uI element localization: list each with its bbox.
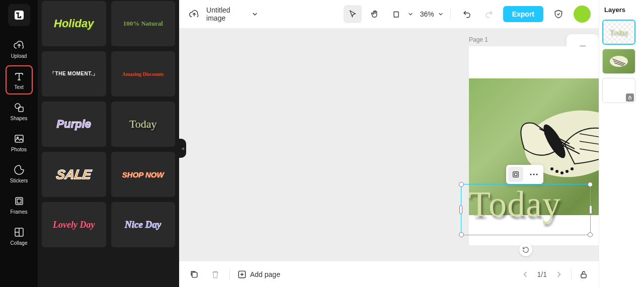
tool-upload[interactable]: Upload [6, 34, 33, 63]
svg-point-17 [550, 167, 553, 170]
tool-photos-label: Photos [11, 147, 27, 152]
top-bar: Untitled image 36% Export [179, 0, 599, 28]
add-page-button[interactable]: Add page [237, 269, 280, 279]
cloud-upload-icon [13, 39, 26, 52]
svg-rect-33 [629, 98, 631, 100]
preset-discounts[interactable]: Amazing Discounts [111, 51, 176, 97]
svg-rect-23 [514, 173, 517, 175]
tool-photos[interactable]: Photos [6, 128, 33, 157]
resize-handle-br[interactable] [588, 232, 593, 237]
preset-lovelyday[interactable]: Lovely Day [42, 202, 106, 247]
left-toolbar: Upload Text Shapes Photos Stickers Frame… [0, 0, 38, 287]
hand-tool[interactable] [366, 5, 384, 23]
divider [450, 9, 451, 20]
document-title[interactable]: Untitled image [206, 6, 258, 22]
svg-rect-3 [15, 135, 23, 142]
resize-handle-l[interactable] [459, 205, 462, 214]
zoom-value: 36% [420, 10, 434, 18]
layer-text-preview: Today [609, 28, 628, 37]
resize-handle-tl[interactable] [459, 182, 464, 187]
prev-page-button[interactable] [518, 267, 532, 281]
next-page-button[interactable] [552, 267, 566, 281]
frames-icon [13, 195, 26, 208]
redo-button[interactable] [480, 5, 498, 23]
svg-rect-22 [513, 172, 519, 177]
duplicate-page-button[interactable] [187, 267, 201, 281]
resize-handle-bl[interactable] [459, 232, 464, 237]
stickers-icon [13, 163, 26, 176]
svg-rect-29 [192, 272, 197, 277]
resize-canvas-button[interactable] [388, 5, 406, 23]
cursor-tool[interactable] [344, 5, 362, 23]
page-indicator: 1/1 [537, 270, 547, 278]
preset-niceday[interactable]: Nice Day [111, 202, 176, 247]
svg-point-26 [536, 173, 537, 175]
collage-icon [13, 226, 26, 239]
export-button[interactable]: Export [503, 6, 543, 22]
rotate-handle[interactable] [519, 243, 532, 256]
app-logo[interactable] [8, 4, 30, 26]
background-remove-button[interactable] [508, 167, 523, 182]
canvas-area[interactable]: Page 1 [179, 28, 567, 261]
shapes-icon [13, 101, 26, 114]
preset-purple[interactable]: Purple [42, 102, 106, 147]
layer-text[interactable]: Today [602, 20, 635, 45]
text-icon [13, 70, 26, 83]
svg-rect-5 [16, 198, 23, 205]
layer-background[interactable] [602, 78, 635, 103]
lock-icon [626, 93, 634, 102]
svg-point-1 [15, 104, 20, 109]
preset-holiday[interactable]: Holiday [42, 1, 106, 46]
preset-shopnow[interactable]: SHOP NOW [111, 152, 176, 197]
preset-today[interactable]: Today [111, 102, 176, 147]
cloud-save-button[interactable] [187, 7, 201, 22]
preset-sale[interactable]: SALE [42, 152, 106, 197]
bottom-bar: Add page 1/1 [179, 261, 599, 287]
canvas-text-today[interactable]: Today [468, 183, 561, 225]
chevron-down-icon [438, 12, 443, 17]
zoom-control[interactable]: 36% [420, 10, 443, 18]
svg-rect-8 [394, 12, 398, 18]
add-page-label: Add page [250, 270, 280, 278]
photos-icon [13, 132, 26, 145]
tool-frames-label: Frames [11, 209, 28, 215]
tool-text-label: Text [14, 84, 23, 90]
layer-image[interactable] [602, 49, 635, 74]
svg-rect-0 [15, 11, 24, 20]
tool-text[interactable]: Text [6, 65, 33, 94]
layers-title: Layers [602, 6, 641, 14]
selection-toolbar [506, 165, 543, 184]
text-selection-box[interactable]: Today [461, 184, 591, 235]
chevron-down-icon [252, 11, 258, 17]
more-options-button[interactable] [526, 167, 541, 182]
svg-point-19 [560, 171, 564, 174]
tool-collage[interactable]: Collage [6, 221, 33, 250]
preset-moment[interactable]: 「THE MOMENT.」 [42, 51, 106, 97]
user-avatar[interactable] [574, 6, 591, 23]
lock-button[interactable] [577, 267, 591, 281]
layers-panel: Layers Today [599, 0, 644, 287]
svg-rect-6 [17, 199, 21, 203]
tool-shapes[interactable]: Shapes [6, 97, 33, 126]
tool-stickers[interactable]: Stickers [6, 159, 33, 188]
resize-handle-r[interactable] [589, 205, 592, 214]
tool-upload-label: Upload [11, 53, 27, 59]
page-label: Page 1 [469, 36, 488, 43]
text-presets-panel[interactable]: Holiday 100% Natural 「THE MOMENT.」 Amazi… [38, 0, 179, 287]
svg-point-24 [530, 173, 531, 175]
delete-page-button[interactable] [208, 267, 222, 281]
preset-natural[interactable]: 100% Natural [111, 1, 176, 46]
chevron-down-icon[interactable] [408, 12, 413, 17]
main-area: Untitled image 36% Export Page 1 [179, 0, 599, 287]
divider [571, 269, 572, 280]
tool-frames[interactable]: Frames [6, 190, 33, 219]
resize-handle-tr[interactable] [588, 182, 593, 187]
svg-rect-31 [581, 274, 586, 278]
document-title-text: Untitled image [206, 6, 248, 22]
tool-stickers-label: Stickers [10, 178, 28, 183]
undo-button[interactable] [458, 5, 476, 23]
svg-point-25 [533, 173, 534, 175]
panel-collapse-handle[interactable]: ◀ [179, 139, 186, 158]
shield-button[interactable] [549, 5, 568, 23]
canvas-region: Page 1 [179, 28, 599, 261]
